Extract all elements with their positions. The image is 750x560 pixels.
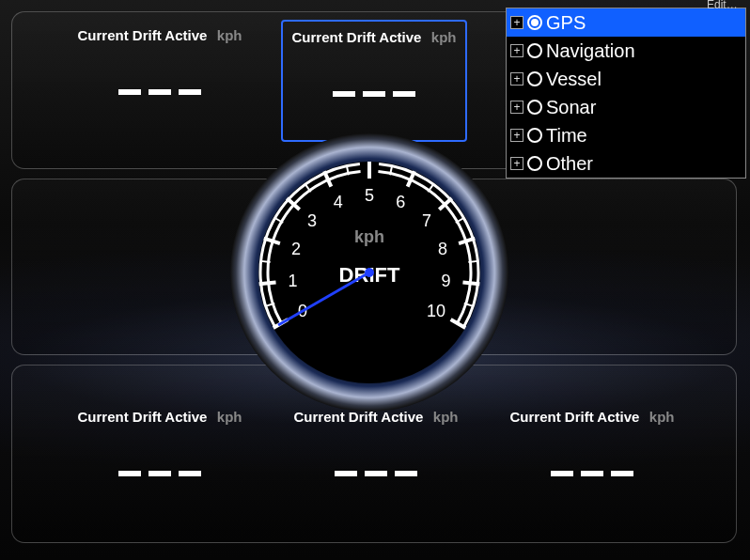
gauge-unit: kph: [354, 227, 384, 246]
tree-item-vessel[interactable]: + Vessel: [507, 65, 745, 93]
drift-widget-title: Current Drift Active: [292, 29, 422, 45]
drift-widget-header: Current Drift Active kph: [499, 401, 685, 426]
gauge-tick-label: 3: [307, 211, 317, 230]
radio-icon[interactable]: [527, 71, 542, 86]
svg-line-5: [261, 261, 271, 262]
drift-widget-title: Current Drift Active: [78, 409, 208, 425]
radio-icon[interactable]: [527, 156, 542, 171]
tree-item-label: Time: [546, 125, 587, 147]
gauge-tick-label: 4: [334, 193, 343, 211]
tree-item-label: Sonar: [546, 97, 596, 118]
radio-icon[interactable]: [527, 128, 542, 143]
tree-item-time[interactable]: + Time: [507, 121, 745, 149]
tree-item-gps[interactable]: + GPS: [507, 8, 745, 37]
svg-line-4: [259, 282, 276, 284]
drift-gauge[interactable]: 012345678910 kph DRIFT: [230, 133, 508, 412]
radio-icon[interactable]: [527, 100, 542, 115]
drift-widget-value: [499, 461, 685, 481]
expand-icon[interactable]: +: [510, 44, 523, 57]
drift-widget-value: [283, 461, 469, 481]
drift-widget-value: [67, 80, 253, 100]
gauge-tick-label: 9: [442, 272, 451, 290]
svg-line-19: [468, 261, 477, 262]
drift-widget-header: Current Drift Active kph: [283, 22, 465, 46]
drift-widget-value: [67, 461, 253, 481]
drift-widget-title: Current Drift Active: [78, 27, 208, 43]
gauge-tick-label: 7: [422, 211, 431, 230]
tree-item-label: Vessel: [546, 69, 602, 90]
expand-icon[interactable]: +: [510, 72, 523, 86]
drift-widget-unit: kph: [649, 409, 675, 425]
drift-widget-header: Current Drift Active kph: [67, 401, 253, 426]
gauge-tick-label: 1: [288, 272, 297, 290]
radio-icon[interactable]: [527, 43, 542, 58]
drift-widget[interactable]: Current Drift Active kph: [283, 401, 469, 523]
gauge-tick-label: 2: [291, 240, 301, 258]
gauge-tick-label: 6: [396, 193, 405, 211]
radio-icon[interactable]: [527, 15, 542, 30]
expand-icon[interactable]: +: [510, 101, 523, 114]
overlay-category-tree[interactable]: + GPS + Navigation + Vessel + Sonar + Ti…: [506, 8, 746, 179]
drift-widget[interactable]: Current Drift Active kph: [281, 20, 467, 142]
expand-icon[interactable]: +: [510, 16, 523, 29]
tree-item-other[interactable]: + Other: [507, 149, 745, 178]
tree-item-label: GPS: [546, 12, 586, 34]
gauge-tick-label: 8: [438, 240, 447, 258]
edit-button[interactable]: Edit…: [699, 0, 746, 11]
drift-widget-value: [283, 82, 465, 101]
drift-widget-title: Current Drift Active: [510, 409, 640, 425]
gauge-tick-label: 10: [427, 302, 445, 320]
drift-widget-unit: kph: [217, 27, 242, 43]
svg-line-20: [462, 282, 479, 284]
drift-widget[interactable]: Current Drift Active kph: [499, 401, 685, 523]
expand-icon[interactable]: +: [510, 157, 523, 170]
drift-widget[interactable]: Current Drift Active kph: [67, 20, 253, 142]
expand-icon[interactable]: +: [510, 129, 523, 142]
tree-item-navigation[interactable]: + Navigation: [507, 37, 745, 65]
drift-widget-header: Current Drift Active kph: [67, 20, 253, 44]
gauge-tick-label: 5: [365, 186, 374, 205]
drift-widget-unit: kph: [431, 29, 457, 45]
tree-item-label: Other: [546, 153, 593, 175]
tree-item-label: Navigation: [546, 40, 635, 62]
drift-widget[interactable]: Current Drift Active kph: [67, 401, 253, 523]
tree-item-sonar[interactable]: + Sonar: [507, 93, 745, 121]
